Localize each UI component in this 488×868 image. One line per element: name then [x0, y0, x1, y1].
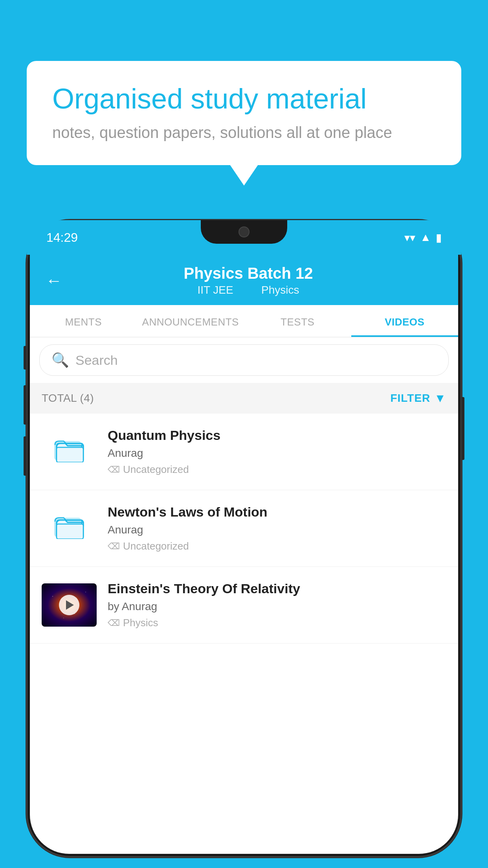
bubble-subtitle: notes, question papers, solutions all at… [52, 124, 436, 142]
video-info: Quantum Physics Anurag ⌫ Uncategorized [108, 428, 446, 476]
total-count: TOTAL (4) [42, 392, 94, 405]
video-tag: ⌫ Uncategorized [108, 540, 446, 552]
search-bar[interactable]: 🔍 Search [39, 344, 449, 376]
tag-icon: ⌫ [108, 618, 120, 628]
signal-icon: ▲ [420, 231, 431, 244]
list-item[interactable]: Newton's Laws of Motion Anurag ⌫ Uncateg… [30, 490, 458, 567]
front-camera [238, 226, 250, 237]
bubble-title: Organised study material [52, 83, 436, 115]
phone-power-button [461, 397, 464, 460]
tag-label: Physics [123, 617, 158, 629]
phone-frame: 14:29 ▾▾ ▲ ▮ ← Physics Batch 12 IIT JEE … [27, 220, 461, 857]
search-bar-container: 🔍 Search [30, 337, 458, 383]
video-tag: ⌫ Uncategorized [108, 463, 446, 476]
tab-videos[interactable]: VIDEOS [351, 305, 459, 337]
header-title-block: Physics Batch 12 IIT JEE Physics [74, 265, 423, 296]
header-subtitle-part2: Physics [261, 284, 299, 296]
tab-announcements[interactable]: ANNOUNCEMENTS [137, 305, 244, 337]
svg-rect-2 [57, 447, 83, 462]
video-author: Anurag [108, 447, 446, 460]
list-item[interactable]: Einstein's Theory Of Relativity by Anura… [30, 567, 458, 644]
speech-bubble-section: Organised study material notes, question… [27, 61, 461, 165]
phone-notch [201, 220, 287, 244]
filter-bar: TOTAL (4) FILTER ▼ [30, 383, 458, 414]
tab-tests[interactable]: TESTS [244, 305, 351, 337]
phone-screen: ← Physics Batch 12 IIT JEE Physics MENTS… [30, 255, 458, 854]
svg-rect-5 [57, 524, 83, 539]
video-title: Newton's Laws of Motion [108, 504, 446, 520]
search-input[interactable]: Search [75, 353, 118, 368]
filter-funnel-icon: ▼ [434, 392, 446, 405]
phone-volume-down-button [24, 436, 27, 476]
battery-icon: ▮ [436, 231, 442, 244]
video-title: Einstein's Theory Of Relativity [108, 581, 446, 596]
filter-button[interactable]: FILTER ▼ [390, 392, 446, 405]
play-button-overlay[interactable] [59, 595, 79, 615]
folder-thumbnail [42, 430, 97, 473]
header-subtitle: IIT JEE Physics [74, 284, 423, 296]
phone-status-bar: 14:29 ▾▾ ▲ ▮ [27, 220, 461, 255]
tab-bar: MENTS ANNOUNCEMENTS TESTS VIDEOS [30, 305, 458, 337]
tab-ments[interactable]: MENTS [30, 305, 137, 337]
tag-label: Uncategorized [123, 463, 189, 476]
back-button[interactable]: ← [46, 271, 62, 290]
tag-label: Uncategorized [123, 540, 189, 552]
video-list: Quantum Physics Anurag ⌫ Uncategorized [30, 414, 458, 644]
folder-icon [53, 435, 85, 469]
speech-bubble: Organised study material notes, question… [27, 61, 461, 165]
video-info: Newton's Laws of Motion Anurag ⌫ Uncateg… [108, 504, 446, 552]
video-author: by Anurag [108, 600, 446, 613]
status-time: 14:29 [46, 230, 78, 245]
video-title: Quantum Physics [108, 428, 446, 443]
app-header: ← Physics Batch 12 IIT JEE Physics [30, 255, 458, 305]
search-icon: 🔍 [51, 352, 69, 368]
phone-side-button [24, 346, 27, 370]
list-item[interactable]: Quantum Physics Anurag ⌫ Uncategorized [30, 414, 458, 490]
phone-volume-up-button [24, 385, 27, 425]
video-info: Einstein's Theory Of Relativity by Anura… [108, 581, 446, 629]
video-author: Anurag [108, 524, 446, 536]
video-thumbnail [42, 583, 97, 627]
tag-icon: ⌫ [108, 541, 120, 552]
wifi-icon: ▾▾ [404, 231, 415, 244]
folder-icon [53, 511, 85, 545]
video-tag: ⌫ Physics [108, 617, 446, 629]
header-title: Physics Batch 12 [74, 265, 423, 282]
play-icon [66, 600, 74, 610]
tag-icon: ⌫ [108, 465, 120, 475]
folder-thumbnail [42, 507, 97, 550]
header-subtitle-part1: IIT JEE [197, 284, 233, 296]
header-subtitle-separator [246, 284, 252, 296]
status-icons: ▾▾ ▲ ▮ [404, 231, 442, 244]
filter-label: FILTER [390, 392, 430, 405]
